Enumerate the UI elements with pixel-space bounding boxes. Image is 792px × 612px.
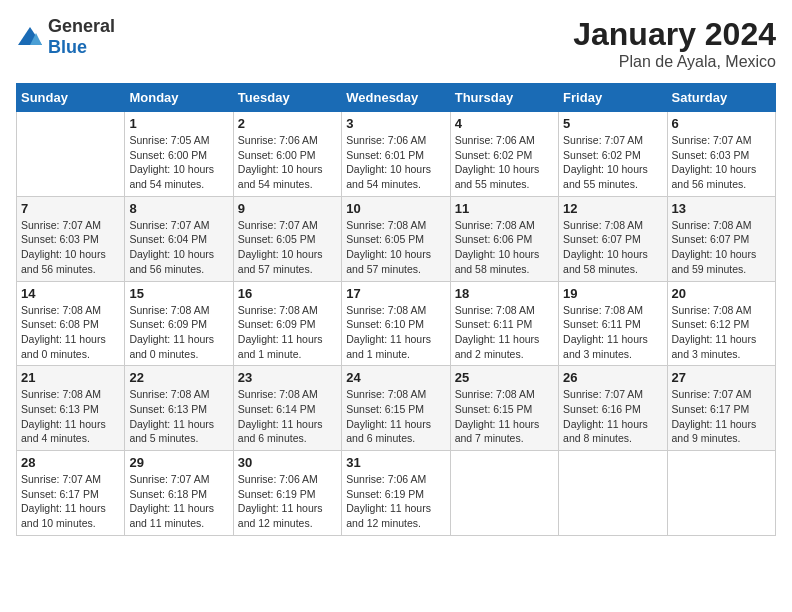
day-number: 14 (21, 286, 120, 301)
day-number: 31 (346, 455, 445, 470)
calendar-week-1: 1Sunrise: 7:05 AMSunset: 6:00 PMDaylight… (17, 112, 776, 197)
calendar-cell (17, 112, 125, 197)
weekday-header-wednesday: Wednesday (342, 84, 450, 112)
calendar-cell (559, 451, 667, 536)
day-number: 24 (346, 370, 445, 385)
calendar-cell: 3Sunrise: 7:06 AMSunset: 6:01 PMDaylight… (342, 112, 450, 197)
day-number: 2 (238, 116, 337, 131)
logo-blue: Blue (48, 37, 87, 57)
day-info: Sunrise: 7:08 AMSunset: 6:11 PMDaylight:… (455, 303, 554, 362)
weekday-header-thursday: Thursday (450, 84, 558, 112)
day-info: Sunrise: 7:07 AMSunset: 6:16 PMDaylight:… (563, 387, 662, 446)
day-info: Sunrise: 7:08 AMSunset: 6:15 PMDaylight:… (455, 387, 554, 446)
day-number: 21 (21, 370, 120, 385)
calendar-cell: 1Sunrise: 7:05 AMSunset: 6:00 PMDaylight… (125, 112, 233, 197)
day-number: 5 (563, 116, 662, 131)
calendar-cell: 15Sunrise: 7:08 AMSunset: 6:09 PMDayligh… (125, 281, 233, 366)
day-info: Sunrise: 7:08 AMSunset: 6:13 PMDaylight:… (129, 387, 228, 446)
weekday-header-friday: Friday (559, 84, 667, 112)
calendar-cell: 25Sunrise: 7:08 AMSunset: 6:15 PMDayligh… (450, 366, 558, 451)
weekday-header-tuesday: Tuesday (233, 84, 341, 112)
calendar-cell: 20Sunrise: 7:08 AMSunset: 6:12 PMDayligh… (667, 281, 775, 366)
day-number: 23 (238, 370, 337, 385)
calendar-cell: 21Sunrise: 7:08 AMSunset: 6:13 PMDayligh… (17, 366, 125, 451)
logo-general: General (48, 16, 115, 36)
calendar-cell (667, 451, 775, 536)
day-number: 1 (129, 116, 228, 131)
calendar-table: SundayMondayTuesdayWednesdayThursdayFrid… (16, 83, 776, 536)
calendar-cell: 18Sunrise: 7:08 AMSunset: 6:11 PMDayligh… (450, 281, 558, 366)
day-number: 19 (563, 286, 662, 301)
calendar-cell: 19Sunrise: 7:08 AMSunset: 6:11 PMDayligh… (559, 281, 667, 366)
day-number: 3 (346, 116, 445, 131)
day-info: Sunrise: 7:07 AMSunset: 6:04 PMDaylight:… (129, 218, 228, 277)
calendar-week-2: 7Sunrise: 7:07 AMSunset: 6:03 PMDaylight… (17, 196, 776, 281)
calendar-week-3: 14Sunrise: 7:08 AMSunset: 6:08 PMDayligh… (17, 281, 776, 366)
calendar-cell: 6Sunrise: 7:07 AMSunset: 6:03 PMDaylight… (667, 112, 775, 197)
day-number: 17 (346, 286, 445, 301)
page-header: General Blue January 2024 Plan de Ayala,… (16, 16, 776, 71)
calendar-cell: 2Sunrise: 7:06 AMSunset: 6:00 PMDaylight… (233, 112, 341, 197)
day-number: 28 (21, 455, 120, 470)
day-number: 13 (672, 201, 771, 216)
calendar-cell: 30Sunrise: 7:06 AMSunset: 6:19 PMDayligh… (233, 451, 341, 536)
day-info: Sunrise: 7:06 AMSunset: 6:02 PMDaylight:… (455, 133, 554, 192)
calendar-body: 1Sunrise: 7:05 AMSunset: 6:00 PMDaylight… (17, 112, 776, 536)
day-info: Sunrise: 7:08 AMSunset: 6:09 PMDaylight:… (129, 303, 228, 362)
day-number: 26 (563, 370, 662, 385)
logo: General Blue (16, 16, 115, 58)
day-info: Sunrise: 7:08 AMSunset: 6:07 PMDaylight:… (563, 218, 662, 277)
day-info: Sunrise: 7:05 AMSunset: 6:00 PMDaylight:… (129, 133, 228, 192)
calendar-cell: 9Sunrise: 7:07 AMSunset: 6:05 PMDaylight… (233, 196, 341, 281)
calendar-cell: 29Sunrise: 7:07 AMSunset: 6:18 PMDayligh… (125, 451, 233, 536)
day-number: 7 (21, 201, 120, 216)
calendar-cell: 27Sunrise: 7:07 AMSunset: 6:17 PMDayligh… (667, 366, 775, 451)
day-info: Sunrise: 7:08 AMSunset: 6:13 PMDaylight:… (21, 387, 120, 446)
day-number: 10 (346, 201, 445, 216)
day-info: Sunrise: 7:08 AMSunset: 6:12 PMDaylight:… (672, 303, 771, 362)
day-number: 25 (455, 370, 554, 385)
page-subtitle: Plan de Ayala, Mexico (573, 53, 776, 71)
day-info: Sunrise: 7:08 AMSunset: 6:10 PMDaylight:… (346, 303, 445, 362)
calendar-cell: 10Sunrise: 7:08 AMSunset: 6:05 PMDayligh… (342, 196, 450, 281)
day-info: Sunrise: 7:08 AMSunset: 6:08 PMDaylight:… (21, 303, 120, 362)
day-number: 9 (238, 201, 337, 216)
calendar-cell: 14Sunrise: 7:08 AMSunset: 6:08 PMDayligh… (17, 281, 125, 366)
weekday-header-saturday: Saturday (667, 84, 775, 112)
calendar-cell: 12Sunrise: 7:08 AMSunset: 6:07 PMDayligh… (559, 196, 667, 281)
day-number: 12 (563, 201, 662, 216)
calendar-cell: 7Sunrise: 7:07 AMSunset: 6:03 PMDaylight… (17, 196, 125, 281)
day-info: Sunrise: 7:08 AMSunset: 6:09 PMDaylight:… (238, 303, 337, 362)
title-block: January 2024 Plan de Ayala, Mexico (573, 16, 776, 71)
day-number: 8 (129, 201, 228, 216)
day-info: Sunrise: 7:08 AMSunset: 6:05 PMDaylight:… (346, 218, 445, 277)
day-info: Sunrise: 7:07 AMSunset: 6:17 PMDaylight:… (21, 472, 120, 531)
day-info: Sunrise: 7:07 AMSunset: 6:05 PMDaylight:… (238, 218, 337, 277)
day-info: Sunrise: 7:07 AMSunset: 6:02 PMDaylight:… (563, 133, 662, 192)
day-info: Sunrise: 7:08 AMSunset: 6:06 PMDaylight:… (455, 218, 554, 277)
weekday-header-sunday: Sunday (17, 84, 125, 112)
day-info: Sunrise: 7:06 AMSunset: 6:19 PMDaylight:… (238, 472, 337, 531)
calendar-cell: 31Sunrise: 7:06 AMSunset: 6:19 PMDayligh… (342, 451, 450, 536)
day-number: 22 (129, 370, 228, 385)
day-number: 20 (672, 286, 771, 301)
day-number: 16 (238, 286, 337, 301)
day-number: 4 (455, 116, 554, 131)
logo-text: General Blue (48, 16, 115, 58)
day-number: 15 (129, 286, 228, 301)
day-info: Sunrise: 7:08 AMSunset: 6:11 PMDaylight:… (563, 303, 662, 362)
logo-icon (16, 25, 44, 49)
page-title: January 2024 (573, 16, 776, 53)
calendar-cell: 26Sunrise: 7:07 AMSunset: 6:16 PMDayligh… (559, 366, 667, 451)
day-info: Sunrise: 7:08 AMSunset: 6:14 PMDaylight:… (238, 387, 337, 446)
day-number: 29 (129, 455, 228, 470)
day-info: Sunrise: 7:06 AMSunset: 6:01 PMDaylight:… (346, 133, 445, 192)
day-info: Sunrise: 7:06 AMSunset: 6:00 PMDaylight:… (238, 133, 337, 192)
calendar-cell: 5Sunrise: 7:07 AMSunset: 6:02 PMDaylight… (559, 112, 667, 197)
day-info: Sunrise: 7:07 AMSunset: 6:03 PMDaylight:… (672, 133, 771, 192)
day-info: Sunrise: 7:08 AMSunset: 6:07 PMDaylight:… (672, 218, 771, 277)
calendar-cell: 17Sunrise: 7:08 AMSunset: 6:10 PMDayligh… (342, 281, 450, 366)
calendar-cell: 24Sunrise: 7:08 AMSunset: 6:15 PMDayligh… (342, 366, 450, 451)
day-info: Sunrise: 7:08 AMSunset: 6:15 PMDaylight:… (346, 387, 445, 446)
calendar-header: SundayMondayTuesdayWednesdayThursdayFrid… (17, 84, 776, 112)
